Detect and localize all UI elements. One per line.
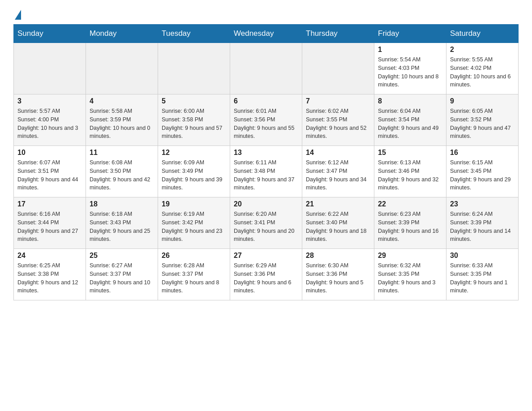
day-number: 13 — [234, 149, 298, 157]
page-header — [13, 9, 519, 20]
day-number: 25 — [90, 252, 154, 260]
day-number: 9 — [450, 97, 515, 105]
calendar-cell — [158, 43, 230, 94]
day-number: 14 — [306, 149, 370, 157]
day-number: 7 — [306, 97, 370, 105]
day-number: 16 — [450, 149, 515, 157]
calendar-cell: 22Sunrise: 6:23 AM Sunset: 3:39 PM Dayli… — [374, 197, 446, 249]
calendar-week-row-1: 1Sunrise: 5:54 AM Sunset: 4:03 PM Daylig… — [14, 43, 519, 94]
header-thursday: Thursday — [302, 25, 374, 43]
day-number: 18 — [90, 200, 154, 208]
calendar-cell: 3Sunrise: 5:57 AM Sunset: 4:00 PM Daylig… — [14, 94, 86, 146]
day-info: Sunrise: 6:11 AM Sunset: 3:48 PM Dayligh… — [234, 158, 298, 192]
calendar-week-row-2: 3Sunrise: 5:57 AM Sunset: 4:00 PM Daylig… — [14, 94, 519, 146]
calendar-cell: 14Sunrise: 6:12 AM Sunset: 3:47 PM Dayli… — [302, 146, 374, 197]
calendar-cell: 29Sunrise: 6:32 AM Sunset: 3:35 PM Dayli… — [374, 249, 446, 300]
day-info: Sunrise: 6:33 AM Sunset: 3:35 PM Dayligh… — [450, 261, 515, 295]
calendar-cell: 2Sunrise: 5:55 AM Sunset: 4:02 PM Daylig… — [446, 43, 519, 94]
logo-triangle-icon — [15, 10, 21, 20]
day-info: Sunrise: 6:32 AM Sunset: 3:35 PM Dayligh… — [378, 261, 442, 295]
calendar-table: Sunday Monday Tuesday Wednesday Thursday… — [13, 24, 519, 300]
day-number: 17 — [17, 200, 82, 208]
day-number: 22 — [378, 200, 442, 208]
day-number: 27 — [234, 252, 298, 260]
calendar-week-row-5: 24Sunrise: 6:25 AM Sunset: 3:38 PM Dayli… — [14, 249, 519, 300]
calendar-cell: 20Sunrise: 6:20 AM Sunset: 3:41 PM Dayli… — [230, 197, 302, 249]
calendar-cell — [302, 43, 374, 94]
day-number: 3 — [17, 97, 82, 105]
calendar-cell: 11Sunrise: 6:08 AM Sunset: 3:50 PM Dayli… — [86, 146, 158, 197]
day-number: 10 — [17, 149, 82, 157]
calendar-cell: 9Sunrise: 6:05 AM Sunset: 3:52 PM Daylig… — [446, 94, 519, 146]
calendar-cell: 18Sunrise: 6:18 AM Sunset: 3:43 PM Dayli… — [86, 197, 158, 249]
header-friday: Friday — [374, 25, 446, 43]
day-number: 21 — [306, 200, 370, 208]
logo — [13, 9, 22, 20]
calendar-cell: 15Sunrise: 6:13 AM Sunset: 3:46 PM Dayli… — [374, 146, 446, 197]
day-number: 29 — [378, 252, 442, 260]
day-info: Sunrise: 6:08 AM Sunset: 3:50 PM Dayligh… — [90, 158, 154, 192]
calendar-cell: 8Sunrise: 6:04 AM Sunset: 3:54 PM Daylig… — [374, 94, 446, 146]
day-number: 20 — [234, 200, 298, 208]
calendar-cell: 17Sunrise: 6:16 AM Sunset: 3:44 PM Dayli… — [14, 197, 86, 249]
header-saturday: Saturday — [446, 25, 519, 43]
day-info: Sunrise: 6:09 AM Sunset: 3:49 PM Dayligh… — [162, 158, 226, 192]
day-number: 2 — [450, 46, 515, 54]
calendar-cell: 4Sunrise: 5:58 AM Sunset: 3:59 PM Daylig… — [86, 94, 158, 146]
day-number: 23 — [450, 200, 515, 208]
day-info: Sunrise: 6:23 AM Sunset: 3:39 PM Dayligh… — [378, 210, 442, 244]
calendar-cell: 6Sunrise: 6:01 AM Sunset: 3:56 PM Daylig… — [230, 94, 302, 146]
day-number: 15 — [378, 149, 442, 157]
header-tuesday: Tuesday — [158, 25, 230, 43]
calendar-cell: 7Sunrise: 6:02 AM Sunset: 3:55 PM Daylig… — [302, 94, 374, 146]
calendar-cell — [14, 43, 86, 94]
calendar-week-row-4: 17Sunrise: 6:16 AM Sunset: 3:44 PM Dayli… — [14, 197, 519, 249]
calendar-cell: 30Sunrise: 6:33 AM Sunset: 3:35 PM Dayli… — [446, 249, 519, 300]
day-info: Sunrise: 6:28 AM Sunset: 3:37 PM Dayligh… — [162, 261, 226, 295]
day-info: Sunrise: 6:16 AM Sunset: 3:44 PM Dayligh… — [17, 210, 82, 244]
day-number: 1 — [378, 46, 442, 54]
day-number: 28 — [306, 252, 370, 260]
day-number: 11 — [90, 149, 154, 157]
day-info: Sunrise: 6:29 AM Sunset: 3:36 PM Dayligh… — [234, 261, 298, 295]
day-number: 24 — [17, 252, 82, 260]
day-info: Sunrise: 5:55 AM Sunset: 4:02 PM Dayligh… — [450, 56, 515, 89]
day-info: Sunrise: 5:58 AM Sunset: 3:59 PM Dayligh… — [90, 107, 154, 141]
day-info: Sunrise: 6:00 AM Sunset: 3:58 PM Dayligh… — [162, 107, 226, 141]
day-info: Sunrise: 6:25 AM Sunset: 3:38 PM Dayligh… — [17, 261, 82, 295]
calendar-cell: 13Sunrise: 6:11 AM Sunset: 3:48 PM Dayli… — [230, 146, 302, 197]
header-wednesday: Wednesday — [230, 25, 302, 43]
calendar-cell: 25Sunrise: 6:27 AM Sunset: 3:37 PM Dayli… — [86, 249, 158, 300]
day-info: Sunrise: 6:04 AM Sunset: 3:54 PM Dayligh… — [378, 107, 442, 141]
day-number: 5 — [162, 97, 226, 105]
calendar-cell: 10Sunrise: 6:07 AM Sunset: 3:51 PM Dayli… — [14, 146, 86, 197]
day-info: Sunrise: 6:13 AM Sunset: 3:46 PM Dayligh… — [378, 158, 442, 192]
day-number: 26 — [162, 252, 226, 260]
day-info: Sunrise: 6:12 AM Sunset: 3:47 PM Dayligh… — [306, 158, 370, 192]
day-number: 8 — [378, 97, 442, 105]
calendar-cell: 21Sunrise: 6:22 AM Sunset: 3:40 PM Dayli… — [302, 197, 374, 249]
calendar-cell: 1Sunrise: 5:54 AM Sunset: 4:03 PM Daylig… — [374, 43, 446, 94]
calendar-cell: 23Sunrise: 6:24 AM Sunset: 3:39 PM Dayli… — [446, 197, 519, 249]
day-info: Sunrise: 6:01 AM Sunset: 3:56 PM Dayligh… — [234, 107, 298, 141]
day-info: Sunrise: 6:24 AM Sunset: 3:39 PM Dayligh… — [450, 210, 515, 244]
day-info: Sunrise: 6:30 AM Sunset: 3:36 PM Dayligh… — [306, 261, 370, 295]
calendar-cell — [230, 43, 302, 94]
calendar-cell: 5Sunrise: 6:00 AM Sunset: 3:58 PM Daylig… — [158, 94, 230, 146]
calendar-cell: 26Sunrise: 6:28 AM Sunset: 3:37 PM Dayli… — [158, 249, 230, 300]
day-info: Sunrise: 6:22 AM Sunset: 3:40 PM Dayligh… — [306, 210, 370, 244]
calendar-cell: 24Sunrise: 6:25 AM Sunset: 3:38 PM Dayli… — [14, 249, 86, 300]
day-number: 4 — [90, 97, 154, 105]
day-info: Sunrise: 6:02 AM Sunset: 3:55 PM Dayligh… — [306, 107, 370, 141]
day-info: Sunrise: 5:54 AM Sunset: 4:03 PM Dayligh… — [378, 56, 442, 89]
calendar-cell: 12Sunrise: 6:09 AM Sunset: 3:49 PM Dayli… — [158, 146, 230, 197]
day-info: Sunrise: 6:19 AM Sunset: 3:42 PM Dayligh… — [162, 210, 226, 244]
calendar-week-row-3: 10Sunrise: 6:07 AM Sunset: 3:51 PM Dayli… — [14, 146, 519, 197]
day-info: Sunrise: 6:18 AM Sunset: 3:43 PM Dayligh… — [90, 210, 154, 244]
calendar-cell: 28Sunrise: 6:30 AM Sunset: 3:36 PM Dayli… — [302, 249, 374, 300]
day-number: 19 — [162, 200, 226, 208]
day-info: Sunrise: 6:07 AM Sunset: 3:51 PM Dayligh… — [17, 158, 82, 192]
calendar-cell: 16Sunrise: 6:15 AM Sunset: 3:45 PM Dayli… — [446, 146, 519, 197]
calendar-header-row: Sunday Monday Tuesday Wednesday Thursday… — [14, 25, 519, 43]
day-info: Sunrise: 5:57 AM Sunset: 4:00 PM Dayligh… — [17, 107, 82, 141]
